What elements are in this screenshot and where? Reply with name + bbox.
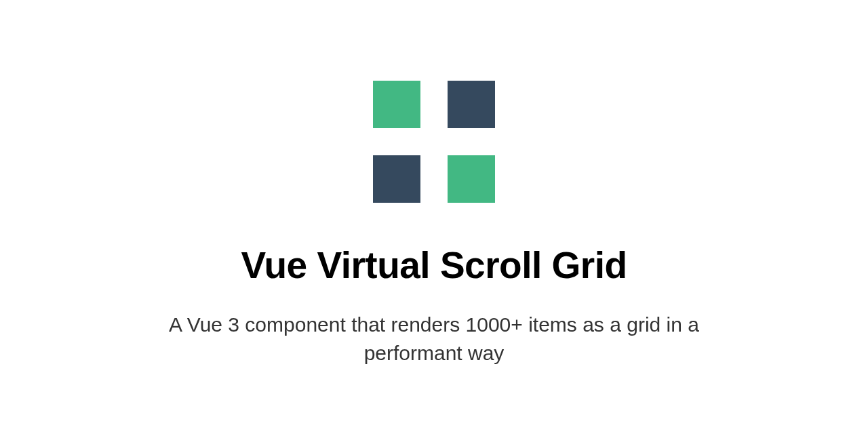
- logo-square-bottom-left: [373, 155, 420, 203]
- logo-grid-icon: [373, 81, 495, 203]
- logo-square-bottom-right: [448, 155, 495, 203]
- page-subtitle: A Vue 3 component that renders 1000+ ite…: [129, 311, 739, 368]
- page-title: Vue Virtual Scroll Grid: [241, 243, 627, 287]
- logo-square-top-right: [448, 81, 495, 128]
- logo-square-top-left: [373, 81, 420, 128]
